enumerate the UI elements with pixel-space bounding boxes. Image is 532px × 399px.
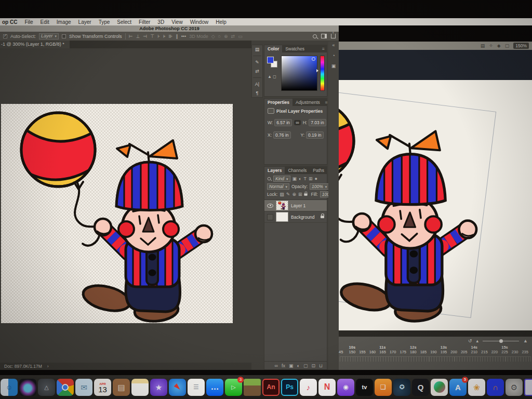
dock-music[interactable]: ♪	[300, 379, 317, 396]
dock-audio-app[interactable]: ∩	[487, 379, 504, 396]
visibility-eye-toggle-off[interactable]	[267, 214, 273, 220]
dock-steam[interactable]: ✪	[393, 379, 410, 396]
dock-news[interactable]: N	[318, 379, 336, 396]
y-field[interactable]: 0.19 in	[306, 131, 324, 139]
dock-quicktime[interactable]: Q	[412, 379, 429, 396]
align-top-icon[interactable]: ⊤	[150, 34, 154, 39]
layer-name[interactable]: Layer 1	[291, 203, 305, 208]
timeline-ruler[interactable]: 45 10s150 155 160 11s165 170 175 12s180 …	[339, 345, 532, 356]
link-layers-icon[interactable]: ∞	[275, 363, 278, 368]
foreground-background-swatches[interactable]	[267, 57, 278, 69]
tab-color[interactable]: Color	[264, 45, 282, 52]
foreground-color-swatch[interactable]	[267, 57, 274, 63]
height-field[interactable]: 7.03 in	[309, 119, 326, 126]
collapse-panels-chevron[interactable]: «	[332, 43, 335, 48]
character-panel-icon[interactable]: A|	[255, 82, 259, 87]
dock-paint-app[interactable]	[431, 379, 448, 396]
menu-view[interactable]: View	[171, 19, 183, 25]
dock-finder[interactable]: ☺	[1, 379, 18, 396]
filter-type-icon[interactable]: T	[303, 176, 307, 181]
hue-slider[interactable]	[320, 56, 325, 91]
layer-group-icon[interactable]: ▢	[303, 363, 308, 368]
timeline-frame-ticks[interactable]	[340, 356, 531, 362]
distribute-h-icon[interactable]: ∥	[176, 34, 178, 39]
adjustment-layer-icon[interactable]: ◐	[297, 363, 299, 368]
distribute-v-icon[interactable]: ⊪	[168, 34, 172, 39]
tool-presets-icon[interactable]: ⇄	[255, 69, 259, 74]
x-field[interactable]: 0.76 in	[273, 131, 291, 139]
fit-screen-icon[interactable]: ▢	[505, 43, 510, 48]
zoom-level-readout[interactable]: 150%	[513, 43, 529, 49]
3d-camera-icon[interactable]: ▭	[238, 34, 243, 39]
tab-properties[interactable]: Properties	[264, 99, 292, 106]
width-field[interactable]: 6.57 in	[274, 119, 292, 126]
auto-select-target-dropdown[interactable]: Layer	[39, 33, 59, 39]
layer-name[interactable]: Background	[291, 215, 314, 220]
search-icon[interactable]	[313, 34, 317, 38]
menu-window[interactable]: Window	[190, 19, 209, 25]
menu-select[interactable]: Select	[117, 19, 131, 25]
dock-adobe-photoshop[interactable]: Ps	[281, 379, 298, 396]
reset-zoom-icon[interactable]: ↺	[468, 338, 472, 343]
align-vcenter-icon[interactable]: ⊥	[136, 34, 140, 39]
brush-panel-icon[interactable]: ✎	[255, 60, 259, 65]
dock-messages[interactable]: …	[206, 379, 223, 396]
layer-thumbnail[interactable]	[276, 201, 288, 210]
libraries-panel-icon[interactable]: ▣	[331, 63, 336, 69]
lock-artboard-icon[interactable]: ⊞	[298, 192, 302, 197]
dock-system-preferences[interactable]: ⚙	[506, 379, 523, 396]
paragraph-panel-icon[interactable]: ¶	[256, 90, 259, 96]
align-middle-icon[interactable]: ⊦	[157, 34, 160, 39]
align-left-icon[interactable]: ⊢	[129, 34, 133, 39]
dock-photos[interactable]: ❀	[468, 379, 485, 396]
share-icon[interactable]	[331, 34, 336, 38]
menu-file[interactable]: File	[24, 19, 33, 25]
dock-chrome[interactable]	[57, 379, 74, 396]
align-bottom-icon[interactable]: ⊧	[163, 34, 166, 39]
dock-apple-tv[interactable]: tv	[356, 379, 373, 396]
blend-mode-dropdown[interactable]: Normal	[267, 183, 289, 190]
menu-image[interactable]: Image	[57, 19, 71, 25]
menu-app-name[interactable]: op CC	[2, 19, 17, 25]
document-tab[interactable]: -1 @ 300% (Layer 1, RGB/8) *	[0, 41, 70, 48]
history-panel-icon[interactable]: ▤	[255, 47, 260, 52]
layer-style-fx-icon[interactable]: fx	[282, 363, 285, 368]
dock-safari[interactable]	[169, 379, 186, 396]
dock-contacts[interactable]: ▤	[113, 379, 130, 396]
dock-reminders[interactable]: ☰	[188, 379, 205, 396]
rotate-view-icon[interactable]: ◈	[497, 43, 501, 48]
menu-3d[interactable]: 3D	[157, 19, 164, 25]
dock-minecraft[interactable]	[244, 379, 261, 396]
timeline-zoom-slider[interactable]	[483, 341, 519, 341]
dock-mail[interactable]: ✉	[75, 379, 92, 396]
filter-shape-icon[interactable]: ⊞	[309, 176, 313, 181]
canvas-artboard[interactable]	[1, 104, 233, 323]
opacity-field[interactable]: 100%	[310, 183, 329, 190]
dock-partial-icon[interactable]	[524, 379, 532, 396]
dock-launchpad[interactable]: △	[38, 379, 55, 396]
lock-all-icon[interactable]	[304, 193, 308, 196]
slate-icon[interactable]: ▤	[481, 43, 485, 48]
dock-facetime[interactable]: ▷3	[225, 379, 242, 396]
dock-siri[interactable]	[19, 379, 36, 396]
menu-type[interactable]: Type	[99, 19, 110, 25]
layer-mask-icon[interactable]: ▣	[289, 363, 294, 368]
menu-layer[interactable]: Layer	[78, 19, 91, 25]
filter-pixel-icon[interactable]: ▣	[292, 176, 297, 181]
dock-podcasts[interactable]: ◉	[337, 379, 354, 396]
dock-adobe-animate[interactable]: An	[262, 379, 280, 396]
dock-calendar[interactable]: APR 13	[94, 379, 111, 396]
align-right-icon[interactable]: ⊣	[143, 34, 147, 39]
doc-size-readout[interactable]: Doc: 897.0K/1.17M	[4, 364, 42, 369]
panel-menu-icon[interactable]: ≡	[320, 45, 327, 52]
menu-edit[interactable]: Edit	[41, 19, 49, 25]
status-chevron-icon[interactable]: ›	[47, 364, 49, 369]
3d-pan-icon[interactable]: ⊕	[224, 34, 228, 39]
tab-swatches[interactable]: Swatches	[282, 45, 308, 52]
3d-slide-icon[interactable]: ⇄	[231, 34, 235, 39]
filter-adjustment-icon[interactable]: ◐	[299, 176, 301, 181]
dock-imovie[interactable]: ★	[150, 379, 167, 396]
zoom-in-mountain-icon[interactable]: ▲	[523, 338, 528, 343]
delete-layer-icon[interactable]: ⊔	[319, 363, 323, 368]
layer-filter-kind-dropdown[interactable]: Kind	[273, 176, 290, 182]
